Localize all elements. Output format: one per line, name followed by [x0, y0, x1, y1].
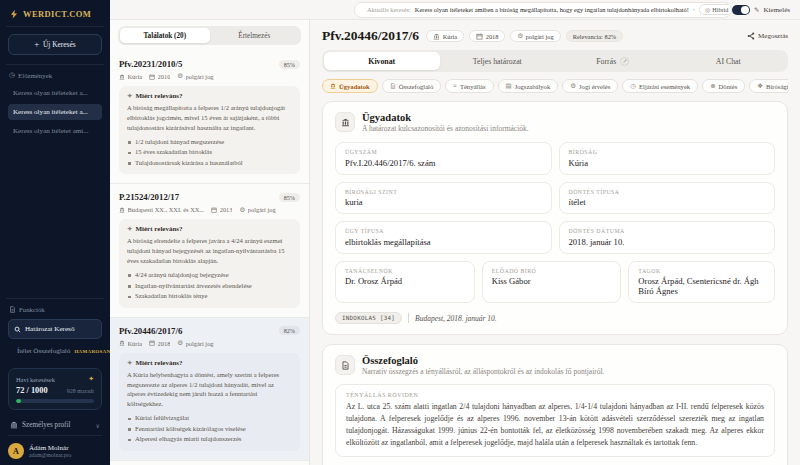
field-tagok: TAGOKOrosz Árpád, Csentericsné dr. Ágh B… [628, 261, 775, 304]
case-footer: INDOKOLAS [34] Budapest, 2018. január 10… [335, 312, 775, 324]
sparkle-icon: ✦ [127, 359, 132, 367]
divider [408, 313, 409, 323]
case-year: 2010 [158, 73, 171, 80]
section-subtitle: Narratív összegzés a tényállásról, az ál… [362, 367, 604, 376]
result-card-selected[interactable]: Pfv.20446/2017/6 82% Kúria 2018 ⚙polgári… [110, 317, 309, 460]
book-icon: ▤ [506, 83, 512, 90]
gear-icon: ⚙ [517, 33, 523, 40]
logo-bolt-icon [9, 9, 19, 19]
relevance-box: ✦Miért releváns? A Kúria helybenhagyta a… [119, 353, 300, 451]
calendar-icon [149, 340, 155, 346]
share-button[interactable]: Megosztás [747, 32, 788, 40]
relevance-question: Miért releváns? [135, 359, 182, 367]
case-number: P.21524/2012/17 [119, 192, 179, 202]
profile-menu[interactable]: Személyes profil ∨ [8, 417, 102, 435]
court-badge: Kúria [426, 30, 464, 42]
search-icon [14, 326, 21, 333]
section-subtitle: A határozat kulcsazonosítói és azonosítá… [362, 124, 529, 133]
user-email: adam@molnar.pro [29, 452, 71, 458]
court-icon [433, 33, 440, 40]
new-search-button[interactable]: + Új Keresés [8, 34, 102, 55]
sidebar-item-hatarozat-kereso[interactable]: Határozat Kereső [8, 319, 102, 339]
tab-forras[interactable]: Forrás ↗ [555, 52, 671, 70]
hybrid-mode-badge[interactable]: ◎ Hibrid [699, 4, 732, 15]
app-window: WERDICT.COM + Új Keresés ◷ Előzmények Ke… [0, 0, 800, 465]
findings-icon: ❖ [757, 83, 763, 90]
toggle-knob [741, 6, 749, 14]
result-card[interactable]: P.20830/2011/3 81% Szekszárdi Járásbírós… [110, 460, 309, 465]
pill-jogszabalyok[interactable]: ▤Jogszabályok [498, 79, 559, 93]
usage-card: Havi keresések ✦ 72 / 1000 928 maradt [8, 368, 102, 410]
detail-tabbar: Kivonat Teljes határozat Forrás ↗ AI Cha… [322, 50, 788, 72]
relevance-badge: Relevancia: 82% [566, 30, 623, 42]
tab-teljes-hatarozat[interactable]: Teljes határozat [440, 52, 556, 70]
court-icon [341, 118, 350, 127]
pill-ugyadatok[interactable]: Ügyadatok [322, 79, 378, 93]
highlight-toggle[interactable] [732, 5, 750, 15]
field-birosagi-szint: BÍRÓSÁGI SZINTkuria [335, 182, 552, 215]
detail-content[interactable]: Ügyadatok A határozat kulcsazonosítói és… [310, 93, 800, 465]
law-area-badge: ⚙ polgári jog [510, 30, 560, 42]
indokolas-badge: INDOKOLAS [34] [335, 312, 402, 324]
result-meta: Kúria 2018 ⚙polgári jog [119, 340, 300, 347]
pill-jogi-erveles[interactable]: ⚙Jogi érvelés [562, 79, 618, 93]
law-area: polgári jog [186, 340, 214, 347]
case-data-section: Ügyadatok A határozat kulcsazonosítói és… [322, 101, 788, 335]
document-icon [9, 306, 16, 313]
results-panel: Találatok (20) Értelmezés Pfv.20231/2010… [110, 20, 310, 465]
result-card[interactable]: P.21524/2012/17 85% Budapesti XX., XXI. … [110, 183, 309, 316]
history-section-label: ◷ Előzmények [9, 72, 101, 79]
field-ugy-tipusa: ÜGY TÍPUSAelbirtoklás megállapítása [335, 221, 552, 254]
relevance-box: ✦Miért releváns? A bíróság elrendelte a … [119, 219, 300, 307]
pill-tenyallas[interactable]: ≡Tényállás [445, 79, 493, 93]
history-item[interactable]: Keress olyan ítéleteket a... [8, 85, 102, 101]
score-badge: 82% [279, 326, 300, 335]
case-year: 2013 [220, 206, 233, 213]
field-dontes-datuma: DÖNTÉS DÁTUMA2018. január 10. [559, 221, 776, 254]
court-icon [119, 340, 125, 346]
field-tanacselnok: TANÁCSELNÖKDr. Orosz Árpád [335, 261, 475, 304]
relevance-summary: A bíróság megállapította a felperes 1/2 … [127, 103, 292, 133]
history-item[interactable]: Keress olyan ítéletet ami... [8, 123, 102, 139]
results-list[interactable]: Pfv.20231/2010/5 85% Kúria 2010 ⚙polgári… [110, 51, 309, 465]
logo[interactable]: WERDICT.COM [8, 7, 102, 26]
gear-icon: ⚙ [177, 340, 183, 347]
tab-ertelmezes[interactable]: Értelmezés [210, 28, 300, 43]
court-name: Budapesti XX., XXI. és XX... [128, 206, 205, 213]
calendar-icon [476, 33, 483, 40]
logo-text: WERDICT.COM [23, 9, 91, 19]
court-icon [119, 74, 125, 80]
gear-icon: ⚙ [570, 83, 576, 90]
external-link-icon: ↗ [620, 57, 629, 66]
calendar-icon [149, 74, 155, 80]
pill-osszefoglalo[interactable]: Összefoglaló [382, 79, 441, 93]
decision-icon: ⊗ [710, 83, 715, 90]
gear-icon: ⚙ [177, 73, 183, 80]
court-icon [330, 83, 336, 89]
dot-separator: • [693, 7, 695, 13]
case-fields: ÜGYSZÁMPfv.I.20.446/2017/6. szám BÍRÓSÁG… [335, 142, 775, 254]
pill-dontes[interactable]: ⊗Döntés [702, 79, 745, 93]
divider [6, 298, 104, 299]
pill-birosagi-megallapitasok[interactable]: ❖Bírósági megállapítások [749, 79, 788, 93]
year-badge: 2018 [469, 30, 505, 42]
pen-icon: ✎ [754, 6, 759, 14]
topbar: Aktuális keresés: Keress olyan ítéleteke… [110, 0, 800, 20]
case-number: Pfv.20231/2010/5 [119, 59, 182, 69]
gear-icon: ⚙ [239, 207, 245, 214]
tab-ai-chat[interactable]: AI Chat [671, 52, 787, 70]
usage-progress-fill [16, 399, 21, 403]
sidebar-item-itelet-osszefoglalo[interactable]: Ítélet Összefoglaló HAMAROSAN [8, 342, 102, 360]
result-card[interactable]: Pfv.20231/2010/5 85% Kúria 2010 ⚙polgári… [110, 51, 309, 183]
current-search-bar[interactable]: Aktuális keresés: Keress olyan ítéleteke… [354, 2, 732, 18]
tab-talalatok[interactable]: Találatok (20) [120, 28, 210, 43]
avatar: A [8, 443, 24, 459]
search-label: Aktuális keresés: [367, 6, 411, 13]
tab-kivonat[interactable]: Kivonat [324, 52, 440, 70]
sidebar: WERDICT.COM + Új Keresés ◷ Előzmények Ke… [0, 0, 110, 465]
pill-eljarasi-esemenyek[interactable]: ◷Eljárási események [622, 79, 698, 93]
sparkle-icon: ✦ [127, 92, 132, 100]
footer-note: Budapest, 2018. január 10. [415, 314, 497, 323]
user-account[interactable]: A Ádám Molnár adam@molnar.pro [8, 435, 102, 459]
history-item-active[interactable]: Keress olyan ítéleteket a... [8, 104, 102, 120]
